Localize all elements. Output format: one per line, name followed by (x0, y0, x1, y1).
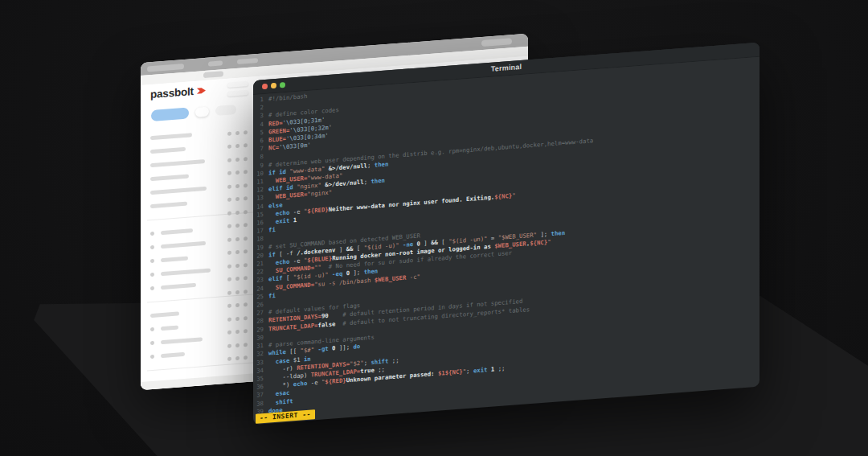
workspace-action-row (151, 104, 236, 121)
resource-row-skeleton[interactable] (227, 205, 248, 220)
row-action-icon (244, 263, 248, 267)
sidebar-label-skeleton (161, 268, 211, 276)
row-action-icon (244, 316, 248, 320)
row-action-icon (235, 197, 240, 201)
row-action-icon (227, 304, 231, 308)
sidebar-label-skeleton (161, 325, 178, 331)
row-action-icon (227, 290, 231, 294)
filter-skeleton[interactable] (215, 105, 236, 116)
row-action-icon (235, 356, 240, 360)
row-action-icon (227, 131, 231, 135)
resource-row-skeleton[interactable] (227, 179, 248, 193)
tab-skeleton[interactable] (481, 38, 512, 47)
resource-row-skeleton[interactable] (227, 351, 248, 365)
row-action-icon (244, 196, 248, 200)
create-button-skeleton[interactable] (151, 107, 189, 121)
resource-row-skeleton[interactable] (227, 232, 248, 246)
row-action-icon (244, 276, 248, 280)
resource-row-skeleton[interactable] (227, 152, 248, 166)
folder-icon (150, 355, 154, 359)
row-action-icon (227, 251, 231, 255)
terminal-window: Terminal 1#!/bin/bash23# define color co… (253, 43, 760, 425)
row-action-icon (227, 357, 231, 361)
address-bar-skeleton[interactable] (203, 71, 223, 78)
sidebar-label-skeleton (150, 311, 179, 318)
row-action-icon (235, 330, 240, 334)
sidebar-label-skeleton (150, 159, 205, 167)
resource-row-skeleton[interactable] (227, 324, 248, 339)
tab-skeleton[interactable] (208, 60, 223, 66)
passbolt-logo-icon (197, 86, 206, 96)
resource-row-skeleton[interactable] (227, 138, 248, 153)
row-action-icon (235, 170, 240, 175)
row-action-icon (235, 144, 240, 148)
sidebar-label-skeleton (150, 133, 192, 140)
sidebar-label-skeleton (161, 337, 203, 344)
folder-icon (150, 259, 154, 263)
row-action-icon (235, 211, 240, 215)
resource-row-skeleton[interactable] (227, 258, 248, 273)
row-action-icon (235, 224, 240, 228)
row-action-icon (235, 290, 240, 294)
row-action-icon (235, 131, 240, 135)
row-action-icon (227, 343, 231, 347)
resource-list-skeleton[interactable] (227, 125, 248, 366)
row-action-icon (244, 343, 248, 347)
row-action-icon (227, 317, 231, 321)
row-action-icon (227, 171, 231, 175)
sidebar-label-skeleton (161, 257, 188, 263)
row-action-icon (244, 157, 248, 161)
resource-row-skeleton[interactable] (227, 218, 248, 232)
row-action-icon (235, 317, 240, 321)
tab-skeleton[interactable] (147, 64, 184, 72)
folder-icon (150, 232, 154, 236)
row-action-icon (244, 290, 248, 294)
resource-row-skeleton[interactable] (227, 125, 248, 140)
resource-row-skeleton[interactable] (227, 165, 248, 179)
tab-skeleton[interactable] (237, 58, 258, 64)
resource-row-skeleton[interactable] (227, 298, 248, 312)
row-action-icon (235, 303, 240, 307)
resource-row-skeleton[interactable] (227, 311, 248, 326)
row-action-icon (227, 277, 231, 281)
sidebar-label-skeleton (161, 228, 193, 235)
resource-row-skeleton[interactable] (227, 338, 248, 352)
row-action-icon (235, 277, 240, 281)
folder-icon (150, 245, 154, 249)
resource-row-skeleton[interactable] (227, 191, 248, 206)
row-action-icon (227, 211, 231, 215)
row-action-icon (244, 329, 248, 333)
row-action-icon (244, 236, 248, 240)
row-action-icon (244, 249, 248, 253)
row-action-icon (244, 170, 248, 174)
row-action-icon (244, 302, 248, 306)
terminal-code-area[interactable]: 1#!/bin/bash23# define color codes4RED='… (253, 59, 760, 425)
row-action-icon (227, 237, 231, 241)
passbolt-logo-text: passbolt (150, 85, 194, 101)
sidebar-label-skeleton (161, 283, 196, 290)
row-action-icon (235, 264, 240, 268)
row-action-icon (244, 143, 248, 147)
row-action-icon (235, 237, 240, 241)
row-action-icon (227, 224, 231, 228)
resource-row-skeleton[interactable] (227, 271, 248, 286)
row-action-icon (227, 331, 231, 335)
row-action-icon (227, 184, 231, 188)
row-action-icon (244, 355, 248, 359)
row-action-icon (235, 343, 240, 347)
row-action-icon (227, 145, 231, 149)
row-action-icon (244, 183, 248, 187)
row-action-icon (235, 250, 240, 254)
sidebar-label-skeleton (150, 202, 187, 208)
header-skeleton-pills (227, 77, 248, 97)
resource-row-skeleton[interactable] (227, 285, 248, 299)
row-action-icon (235, 158, 240, 162)
sidebar-label-skeleton (150, 174, 189, 181)
resource-row-skeleton[interactable] (227, 244, 248, 259)
row-action-icon (244, 210, 248, 214)
sidebar-label-skeleton (161, 352, 185, 358)
passbolt-logo: passbolt (150, 84, 206, 101)
secondary-button-skeleton[interactable] (195, 107, 209, 117)
row-action-icon (227, 198, 231, 202)
sidebar-label-skeleton (150, 147, 186, 154)
